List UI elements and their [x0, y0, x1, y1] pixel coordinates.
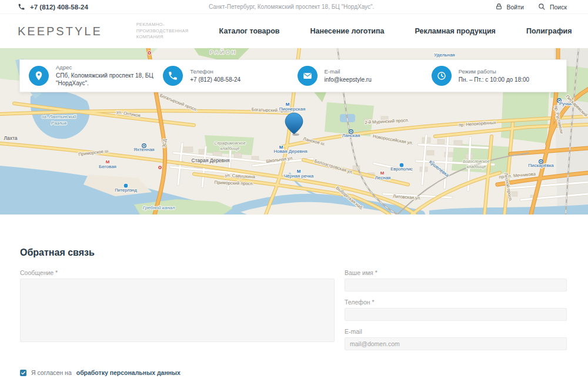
envelope-icon — [298, 66, 318, 86]
nav-item-promo[interactable]: Рекламная продукция — [415, 14, 496, 48]
topbar-address: Санкт-Петербург, Коломяжский проспект 18… — [88, 4, 495, 10]
map-label: оз. Лахтинский — [42, 114, 76, 119]
map-label: Беговая — [99, 164, 116, 169]
name-label: Ваше имя * — [345, 269, 567, 276]
contact-phone: Телефон +7 (812) 408-58-24 — [159, 66, 293, 86]
map-label: кладбище — [220, 146, 240, 151]
main-nav: Каталог товаров Нанесение логотипа Рекла… — [189, 14, 588, 48]
map-label: Гребной канал — [143, 205, 175, 210]
login-button[interactable]: Войти — [495, 3, 524, 11]
map-label: Яхтенная — [133, 147, 154, 152]
map-label: Европолис — [390, 166, 413, 172]
map-label: ЗСД — [161, 139, 168, 148]
map-label: Лесная — [375, 175, 391, 180]
name-field[interactable] — [345, 279, 567, 291]
info-value: СПб, Коломяжский проспект 18, БЦ "НордХа… — [56, 72, 159, 88]
map-label: Пионерская — [279, 106, 305, 112]
info-label: Телефон — [190, 68, 240, 76]
personal-data-link[interactable]: обработку персональных данных — [76, 369, 181, 376]
topbar: +7 (812) 408-58-24 Санкт-Петербург, Коло… — [0, 0, 588, 14]
contact-email: E-mail info@keepstyle.ru — [293, 66, 427, 86]
email-field[interactable] — [345, 337, 567, 350]
info-value[interactable]: info@keepstyle.ru — [325, 76, 372, 84]
header: KeepStyle РЕКЛАМНО-ПРОИЗВОДСТВЕННАЯ КОМП… — [0, 14, 588, 48]
email-label: E-mail — [345, 328, 567, 335]
map-label: Старая Деревня — [192, 158, 230, 163]
nav-item-print[interactable]: Полиграфия — [526, 14, 572, 48]
message-label: Сообщение * — [20, 269, 335, 276]
map-label: Пискарёвка — [528, 163, 554, 168]
clock-icon — [432, 66, 452, 86]
info-label: Режим работы — [459, 68, 529, 76]
phone-label: Телефон * — [345, 299, 567, 306]
map-label: РАЙОН — [210, 49, 237, 55]
map-label: Питерлэнд — [115, 187, 137, 193]
consent-row: Я согласен на обработку персональных дан… — [20, 369, 567, 376]
map-label: Лахта — [4, 135, 18, 141]
feedback-section: Обратная связь Сообщение * Ваше имя * Те… — [0, 215, 588, 382]
consent-checkbox[interactable] — [20, 370, 26, 376]
search-label[interactable]: Поиск — [550, 4, 567, 11]
contact-hours: Режим работы Пн. – Пт.: с 10:00 до 18:00 — [427, 66, 562, 86]
location-pin-icon — [29, 66, 49, 86]
map-label: Богословское — [463, 159, 489, 163]
info-value[interactable]: +7 (812) 408-58-24 — [190, 76, 240, 84]
info-label: E-mail — [325, 68, 372, 76]
nav-item-catalog[interactable]: Каталог товаров — [219, 14, 280, 48]
company-tagline: РЕКЛАМНО-ПРОИЗВОДСТВЕННАЯ КОМПАНИЯ — [136, 22, 189, 41]
map-label: Новая Деревня — [273, 149, 307, 154]
phone-icon — [18, 3, 25, 11]
contact-info-bar: Адрес СПб, Коломяжский проспект 18, БЦ "… — [19, 59, 567, 92]
search-icon — [538, 3, 546, 11]
logo[interactable]: KeepStyle — [18, 25, 102, 38]
map-label: кладбище — [467, 165, 486, 169]
page-title: Обратная связь — [20, 247, 567, 258]
map-label: Ланская — [342, 133, 360, 138]
phone-field[interactable] — [345, 308, 567, 321]
map-label: Чёрная речка — [284, 173, 314, 179]
phone-icon — [163, 66, 183, 86]
nav-item-branding[interactable]: Нанесение логотипа — [310, 14, 385, 48]
lock-icon — [495, 3, 503, 11]
search-button[interactable]: Поиск — [538, 3, 567, 11]
map-label: Удельная — [434, 52, 455, 58]
map-label: Разлив — [51, 120, 66, 126]
message-textarea[interactable] — [20, 279, 335, 342]
info-value: Пн. – Пт.: с 10:00 до 18:00 — [459, 76, 529, 84]
consent-text: Я согласен на — [31, 369, 72, 376]
info-label: Адрес — [56, 64, 159, 72]
contact-address: Адрес СПб, Коломяжский проспект 18, БЦ "… — [25, 64, 159, 88]
topbar-phone-number[interactable]: +7 (812) 408-58-24 — [30, 4, 88, 11]
login-label[interactable]: Войти — [507, 4, 524, 11]
topbar-phone[interactable]: +7 (812) 408-58-24 — [18, 3, 88, 11]
map-label: Серафимовское — [214, 141, 245, 146]
map-section: ММММММРАЙОНоз. ЛахтинскийРазливЛахтаПрим… — [0, 48, 588, 215]
